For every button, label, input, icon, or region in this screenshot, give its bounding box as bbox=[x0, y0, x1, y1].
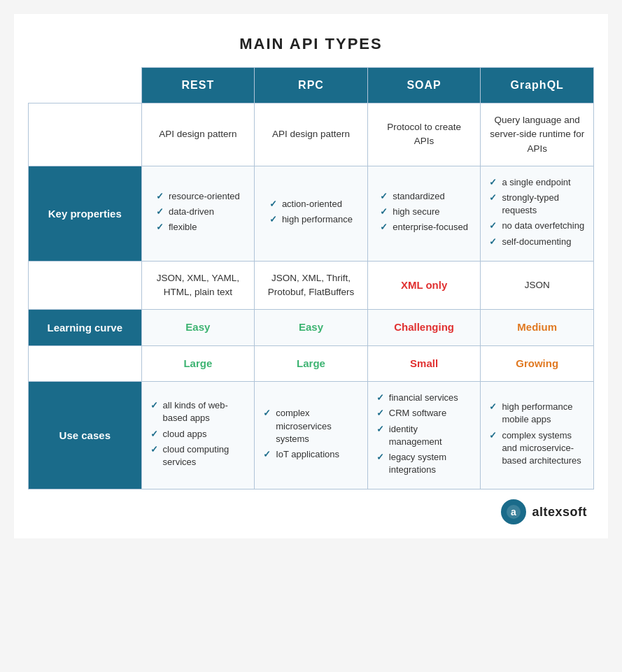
header-soap: SOAP bbox=[367, 68, 481, 103]
cell-text: Small bbox=[410, 357, 438, 369]
cell-text: Challenging bbox=[394, 321, 454, 333]
data-cell: API design pattern bbox=[255, 103, 368, 166]
list-item: standardized bbox=[380, 190, 468, 203]
list-item: data-driven bbox=[156, 206, 240, 218]
header-rpc: RPC bbox=[255, 68, 368, 103]
data-cell: JSON, XML, Thrift, Protobuf, FlatBuffers bbox=[255, 261, 368, 310]
cell-text: API design pattern bbox=[272, 129, 350, 139]
data-cell: all kinds of web-based appscloud appsclo… bbox=[141, 382, 255, 489]
cell-text: JSON bbox=[525, 280, 550, 290]
list-item: high performance mobile apps bbox=[489, 401, 585, 426]
logo: a altexsoft bbox=[501, 499, 587, 524]
data-cell: a single endpointstrongly-typed requests… bbox=[481, 166, 594, 261]
cell-text: Easy bbox=[299, 321, 323, 333]
data-cell: resource-orienteddata-drivenflexible bbox=[141, 166, 255, 261]
row-label: Use cases bbox=[29, 382, 142, 489]
row-label: What is it? bbox=[29, 103, 142, 166]
comparison-table: REST RPC SOAP GraphQL What is it?API des… bbox=[28, 67, 594, 489]
list-item: no data overfetching bbox=[489, 220, 585, 232]
data-cell: Large bbox=[255, 345, 368, 382]
cell-text: Large bbox=[183, 357, 212, 369]
data-cell: complex microservices systemsIoT applica… bbox=[255, 382, 368, 489]
data-cell: JSON bbox=[481, 261, 594, 310]
row-label: Community bbox=[29, 345, 142, 382]
footer: a altexsoft bbox=[28, 499, 594, 524]
row-label: Data formats bbox=[29, 261, 142, 310]
cell-text: Protocol to create APIs bbox=[387, 122, 461, 146]
list-item: IoT applications bbox=[263, 448, 359, 461]
cell-text: Large bbox=[297, 357, 325, 369]
data-cell: Easy bbox=[141, 310, 255, 346]
data-cell: API design pattern bbox=[141, 103, 255, 166]
svg-text:a: a bbox=[511, 506, 517, 517]
data-cell: Protocol to create APIs bbox=[367, 103, 481, 166]
table-row: Data formatsJSON, XML, YAML, HTML, plain… bbox=[29, 261, 594, 310]
list-item: cloud apps bbox=[150, 428, 246, 441]
table-row: CommunityLargeLargeSmallGrowing bbox=[29, 345, 594, 382]
table-row: What is it?API design patternAPI design … bbox=[29, 103, 594, 166]
data-cell: Large bbox=[141, 345, 255, 382]
cell-text: Growing bbox=[516, 357, 558, 369]
data-cell: standardizedhigh secureenterprise-focuse… bbox=[367, 166, 481, 261]
cell-text: API design pattern bbox=[159, 129, 236, 139]
header-graphql: GraphQL bbox=[481, 68, 594, 103]
list-item: complex microservices systems bbox=[263, 407, 359, 445]
list-item: identity management bbox=[376, 423, 472, 448]
cell-text: JSON, XML, Thrift, Protobuf, FlatBuffers bbox=[268, 273, 355, 297]
cell-text: Easy bbox=[185, 321, 210, 333]
data-cell: Medium bbox=[481, 310, 594, 346]
table-row: Learning curveEasyEasyChallengingMedium bbox=[29, 310, 594, 346]
header-empty bbox=[29, 68, 142, 103]
list-item: self-documenting bbox=[489, 236, 585, 248]
list-item: high secure bbox=[380, 206, 468, 218]
cell-text: Medium bbox=[517, 321, 557, 333]
table-row: Use casesall kinds of web-based appsclou… bbox=[29, 382, 594, 489]
list-item: a single endpoint bbox=[489, 176, 585, 189]
list-item: cloud computing services bbox=[150, 443, 246, 469]
row-label: Key properties bbox=[29, 166, 142, 261]
logo-text: altexsoft bbox=[532, 505, 587, 520]
logo-icon: a bbox=[501, 499, 526, 524]
list-item: enterprise-focused bbox=[380, 221, 468, 234]
list-item: complex systems and microservice-based a… bbox=[489, 429, 585, 468]
data-cell: JSON, XML, YAML, HTML, plain text bbox=[141, 261, 255, 310]
table-row: Key propertiesresource-orienteddata-driv… bbox=[29, 166, 594, 261]
list-item: CRM software bbox=[376, 407, 472, 420]
data-cell: Growing bbox=[481, 345, 594, 382]
data-cell: Challenging bbox=[367, 310, 481, 346]
list-item: flexible bbox=[156, 221, 240, 234]
header-row: REST RPC SOAP GraphQL bbox=[29, 68, 594, 103]
data-cell: Query language and server-side runtime f… bbox=[481, 103, 594, 166]
list-item: all kinds of web-based apps bbox=[150, 399, 246, 424]
page-title: MAIN API TYPES bbox=[28, 35, 594, 53]
header-rest: REST bbox=[141, 68, 255, 103]
data-cell: Easy bbox=[255, 310, 368, 346]
data-cell: high performance mobile appscomplex syst… bbox=[481, 382, 594, 489]
cell-text: JSON, XML, YAML, HTML, plain text bbox=[157, 273, 239, 297]
page-wrapper: MAIN API TYPES REST RPC SOAP GraphQL Wha… bbox=[14, 14, 608, 538]
data-cell: XML only bbox=[367, 261, 481, 310]
list-item: resource-oriented bbox=[156, 190, 240, 203]
list-item: high performance bbox=[269, 213, 353, 226]
list-item: legacy system integrations bbox=[376, 451, 472, 476]
row-label: Learning curve bbox=[29, 310, 142, 346]
list-item: action-oriented bbox=[269, 198, 353, 210]
data-cell: financial servicesCRM softwareidentity m… bbox=[367, 382, 481, 489]
data-cell: Small bbox=[367, 345, 481, 382]
list-item: financial services bbox=[376, 392, 472, 404]
cell-text: XML only bbox=[401, 279, 447, 291]
data-cell: action-orientedhigh performance bbox=[255, 166, 368, 261]
list-item: strongly-typed requests bbox=[489, 192, 585, 217]
cell-text: Query language and server-side runtime f… bbox=[490, 115, 584, 154]
